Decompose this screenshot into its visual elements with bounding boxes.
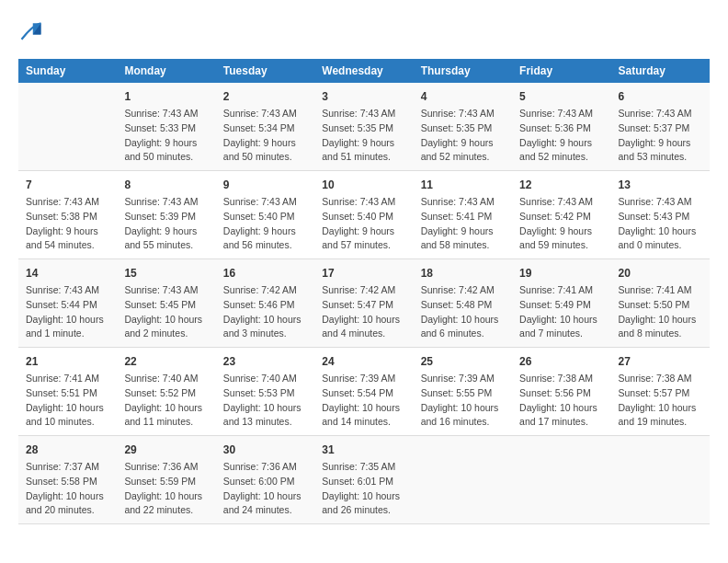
day-number: 19 [519, 265, 603, 282]
day-info: Sunrise: 7:43 AM Sunset: 5:44 PM Dayligh… [26, 283, 109, 341]
day-info: Sunrise: 7:43 AM Sunset: 5:33 PM Dayligh… [124, 107, 208, 165]
day-number: 11 [421, 177, 505, 193]
day-number: 21 [26, 353, 109, 370]
calendar-cell: 17Sunrise: 7:42 AM Sunset: 5:47 PM Dayli… [314, 259, 413, 348]
calendar-cell: 26Sunrise: 7:38 AM Sunset: 5:56 PM Dayli… [512, 348, 610, 436]
calendar-cell: 11Sunrise: 7:43 AM Sunset: 5:41 PM Dayli… [414, 171, 512, 259]
day-info: Sunrise: 7:36 AM Sunset: 6:00 PM Dayligh… [223, 460, 307, 518]
day-info: Sunrise: 7:40 AM Sunset: 5:53 PM Dayligh… [223, 372, 307, 430]
calendar-cell [18, 83, 117, 171]
day-number: 18 [421, 265, 505, 282]
day-number: 13 [619, 177, 702, 193]
day-info: Sunrise: 7:38 AM Sunset: 5:56 PM Dayligh… [519, 372, 603, 430]
calendar-cell: 31Sunrise: 7:35 AM Sunset: 6:01 PM Dayli… [314, 436, 413, 524]
header-day-thursday: Thursday [414, 59, 512, 83]
day-number: 28 [26, 442, 109, 458]
day-number: 16 [223, 265, 307, 282]
day-info: Sunrise: 7:39 AM Sunset: 5:54 PM Dayligh… [322, 372, 405, 430]
day-info: Sunrise: 7:43 AM Sunset: 5:36 PM Dayligh… [519, 107, 603, 165]
day-number: 9 [223, 177, 307, 193]
day-info: Sunrise: 7:37 AM Sunset: 5:58 PM Dayligh… [26, 460, 109, 518]
day-number: 10 [322, 177, 405, 193]
day-info: Sunrise: 7:43 AM Sunset: 5:34 PM Dayligh… [223, 107, 307, 165]
day-number: 27 [619, 353, 702, 370]
day-info: Sunrise: 7:42 AM Sunset: 5:47 PM Dayligh… [322, 283, 405, 341]
calendar-cell: 5Sunrise: 7:43 AM Sunset: 5:36 PM Daylig… [512, 83, 610, 171]
day-number: 22 [124, 353, 208, 370]
calendar-cell: 20Sunrise: 7:41 AM Sunset: 5:50 PM Dayli… [611, 259, 710, 348]
calendar-cell [611, 436, 710, 524]
day-number: 8 [124, 177, 208, 193]
calendar-cell: 6Sunrise: 7:43 AM Sunset: 5:37 PM Daylig… [611, 83, 710, 171]
calendar-cell [414, 436, 512, 524]
day-info: Sunrise: 7:41 AM Sunset: 5:49 PM Dayligh… [519, 283, 603, 341]
day-number: 31 [322, 442, 405, 458]
day-number: 15 [124, 265, 208, 282]
day-number: 29 [124, 442, 208, 458]
day-info: Sunrise: 7:43 AM Sunset: 5:43 PM Dayligh… [619, 195, 702, 253]
day-info: Sunrise: 7:42 AM Sunset: 5:46 PM Dayligh… [223, 283, 307, 341]
week-row-5: 28Sunrise: 7:37 AM Sunset: 5:58 PM Dayli… [18, 436, 710, 524]
day-info: Sunrise: 7:42 AM Sunset: 5:48 PM Dayligh… [421, 283, 505, 341]
day-info: Sunrise: 7:43 AM Sunset: 5:45 PM Dayligh… [124, 283, 208, 341]
calendar-cell: 8Sunrise: 7:43 AM Sunset: 5:39 PM Daylig… [117, 171, 215, 259]
day-number: 2 [223, 88, 307, 105]
calendar-cell: 29Sunrise: 7:36 AM Sunset: 5:59 PM Dayli… [117, 436, 215, 524]
calendar-cell: 14Sunrise: 7:43 AM Sunset: 5:44 PM Dayli… [18, 259, 117, 348]
calendar-cell: 15Sunrise: 7:43 AM Sunset: 5:45 PM Dayli… [117, 259, 215, 348]
week-row-1: 1Sunrise: 7:43 AM Sunset: 5:33 PM Daylig… [18, 83, 710, 171]
header-day-tuesday: Tuesday [216, 59, 314, 83]
day-info: Sunrise: 7:43 AM Sunset: 5:40 PM Dayligh… [223, 195, 307, 253]
week-row-4: 21Sunrise: 7:41 AM Sunset: 5:51 PM Dayli… [18, 348, 710, 436]
day-info: Sunrise: 7:35 AM Sunset: 6:01 PM Dayligh… [322, 460, 405, 518]
day-info: Sunrise: 7:39 AM Sunset: 5:55 PM Dayligh… [421, 372, 505, 430]
calendar-cell: 24Sunrise: 7:39 AM Sunset: 5:54 PM Dayli… [314, 348, 413, 436]
header-row: SundayMondayTuesdayWednesdayThursdayFrid… [18, 59, 710, 83]
day-info: Sunrise: 7:43 AM Sunset: 5:39 PM Dayligh… [124, 195, 208, 253]
day-info: Sunrise: 7:43 AM Sunset: 5:41 PM Dayligh… [421, 195, 505, 253]
logo-icon [18, 18, 44, 44]
calendar-cell: 1Sunrise: 7:43 AM Sunset: 5:33 PM Daylig… [117, 83, 215, 171]
day-info: Sunrise: 7:43 AM Sunset: 5:42 PM Dayligh… [519, 195, 603, 253]
day-number: 12 [519, 177, 603, 193]
day-info: Sunrise: 7:41 AM Sunset: 5:50 PM Dayligh… [619, 283, 702, 341]
calendar-cell: 25Sunrise: 7:39 AM Sunset: 5:55 PM Dayli… [414, 348, 512, 436]
day-info: Sunrise: 7:43 AM Sunset: 5:35 PM Dayligh… [322, 107, 405, 165]
day-number: 24 [322, 353, 405, 370]
calendar-cell: 23Sunrise: 7:40 AM Sunset: 5:53 PM Dayli… [216, 348, 314, 436]
calendar-cell: 30Sunrise: 7:36 AM Sunset: 6:00 PM Dayli… [216, 436, 314, 524]
day-info: Sunrise: 7:40 AM Sunset: 5:52 PM Dayligh… [124, 372, 208, 430]
calendar-cell: 10Sunrise: 7:43 AM Sunset: 5:40 PM Dayli… [314, 171, 413, 259]
day-info: Sunrise: 7:43 AM Sunset: 5:37 PM Dayligh… [619, 107, 702, 165]
calendar-cell: 16Sunrise: 7:42 AM Sunset: 5:46 PM Dayli… [216, 259, 314, 348]
calendar-cell: 19Sunrise: 7:41 AM Sunset: 5:49 PM Dayli… [512, 259, 610, 348]
calendar-table: SundayMondayTuesdayWednesdayThursdayFrid… [18, 59, 710, 524]
day-number: 14 [26, 265, 109, 282]
day-info: Sunrise: 7:36 AM Sunset: 5:59 PM Dayligh… [124, 460, 208, 518]
calendar-cell: 27Sunrise: 7:38 AM Sunset: 5:57 PM Dayli… [611, 348, 710, 436]
calendar-cell: 4Sunrise: 7:43 AM Sunset: 5:35 PM Daylig… [414, 83, 512, 171]
header-day-saturday: Saturday [611, 59, 710, 83]
day-number: 30 [223, 442, 307, 458]
day-number: 5 [519, 88, 603, 105]
calendar-cell: 13Sunrise: 7:43 AM Sunset: 5:43 PM Dayli… [611, 171, 710, 259]
calendar-cell: 7Sunrise: 7:43 AM Sunset: 5:38 PM Daylig… [18, 171, 117, 259]
calendar-cell: 18Sunrise: 7:42 AM Sunset: 5:48 PM Dayli… [414, 259, 512, 348]
header-day-friday: Friday [512, 59, 610, 83]
calendar-cell: 28Sunrise: 7:37 AM Sunset: 5:58 PM Dayli… [18, 436, 117, 524]
day-info: Sunrise: 7:41 AM Sunset: 5:51 PM Dayligh… [26, 372, 109, 430]
calendar-cell: 3Sunrise: 7:43 AM Sunset: 5:35 PM Daylig… [314, 83, 413, 171]
day-number: 3 [322, 88, 405, 105]
day-info: Sunrise: 7:43 AM Sunset: 5:35 PM Dayligh… [421, 107, 505, 165]
day-info: Sunrise: 7:43 AM Sunset: 5:40 PM Dayligh… [322, 195, 405, 253]
logo [18, 18, 48, 44]
header-day-monday: Monday [117, 59, 215, 83]
day-number: 26 [519, 353, 603, 370]
day-number: 20 [619, 265, 702, 282]
day-number: 7 [26, 177, 109, 193]
calendar-cell [512, 436, 610, 524]
day-number: 25 [421, 353, 505, 370]
day-number: 4 [421, 88, 505, 105]
week-row-3: 14Sunrise: 7:43 AM Sunset: 5:44 PM Dayli… [18, 259, 710, 348]
calendar-cell: 22Sunrise: 7:40 AM Sunset: 5:52 PM Dayli… [117, 348, 215, 436]
